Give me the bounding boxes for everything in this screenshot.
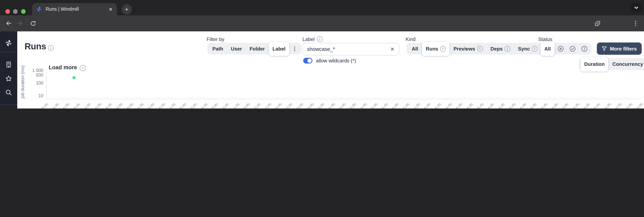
status-failure-icon[interactable] <box>578 43 590 54</box>
status-label: Status <box>538 36 552 42</box>
kind-previews[interactable]: Previewsi <box>450 43 487 54</box>
close-window-button[interactable] <box>5 9 10 14</box>
run-data-point[interactable] <box>72 76 76 79</box>
search-icon[interactable] <box>0 88 17 96</box>
filter-by-segment: Path User Folder Label ⋮ <box>208 43 301 54</box>
browser-menu-icon[interactable] <box>632 19 640 27</box>
browser-tab-strip: Runs | Windmill ✕ + <box>0 0 644 15</box>
browser-tab[interactable]: Runs | Windmill ✕ <box>32 3 117 15</box>
label-info-icon[interactable]: i <box>317 36 323 42</box>
window-chevron-down-icon[interactable] <box>631 3 642 13</box>
screen: Runs | Windmill ✕ + app.windmill.dev/run… <box>0 0 644 108</box>
runs-page: Runs i Filter by Path User Folder Label … <box>17 31 644 108</box>
filter-by-label: Filter by <box>206 36 224 42</box>
label-filter-caption: Labeli <box>302 36 323 42</box>
x-axis-tick-label: 3:21:45 p.m. <box>30 101 50 108</box>
status-segment: All <box>539 43 591 54</box>
kind-segment: All Runsi Previewsi Depsi Synci <box>407 43 542 54</box>
kind-deps[interactable]: Depsi <box>487 43 514 54</box>
kind-sync[interactable]: Synci <box>514 43 542 54</box>
sidebar-divider <box>0 104 17 105</box>
funnel-icon <box>602 46 607 51</box>
allow-wildcards-label: allow wildcards (*) <box>316 58 356 63</box>
filter-by-kebab-icon[interactable]: ⋮ <box>290 43 300 54</box>
y-axis-label: job duration (ms) <box>20 65 25 98</box>
status-success-icon[interactable] <box>566 43 578 54</box>
tab-close-icon[interactable]: ✕ <box>108 7 113 12</box>
extensions-icon[interactable] <box>594 19 601 27</box>
label-filter-input[interactable]: showcase_* ✕ <box>302 43 400 55</box>
y-tick: 100 <box>29 81 43 85</box>
filter-by-path[interactable]: Path <box>208 43 227 54</box>
kind-runs[interactable]: Runsi <box>422 41 450 56</box>
clear-label-icon[interactable]: ✕ <box>390 46 394 52</box>
duration-chart-plot[interactable] <box>46 68 641 99</box>
kind-label: Kind <box>406 36 416 42</box>
windmill-logo[interactable] <box>0 39 17 47</box>
browser-toolbar: app.windmill.dev/runs?show_schedules=tru… <box>0 15 644 31</box>
zoom-window-button[interactable] <box>21 9 26 14</box>
runs-info-icon[interactable]: i <box>48 45 54 51</box>
sidebar-divider <box>0 52 17 52</box>
status-all[interactable]: All <box>540 41 554 56</box>
filter-by-user[interactable]: User <box>227 43 246 54</box>
x-axis-line <box>46 99 641 99</box>
minimize-window-button[interactable] <box>13 9 18 14</box>
filter-by-folder[interactable]: Folder <box>246 43 268 54</box>
back-icon[interactable] <box>5 19 13 27</box>
status-running-icon[interactable] <box>554 43 566 54</box>
y-tick: 10 <box>29 93 43 98</box>
info-icon: i <box>440 46 446 51</box>
more-filters-button[interactable]: More filters <box>597 42 642 55</box>
reload-icon[interactable] <box>29 19 37 27</box>
workspace-icon[interactable] <box>0 60 17 68</box>
y-tick: 1 000 <box>29 68 43 73</box>
windmill-favicon <box>36 6 42 12</box>
filter-by-label-option[interactable]: Label <box>269 41 290 56</box>
forward-icon[interactable] <box>16 19 24 27</box>
kind-all[interactable]: All <box>408 43 422 54</box>
info-icon: i <box>505 46 510 51</box>
info-icon: i <box>477 46 483 51</box>
app-sidebar: + <box>0 31 17 108</box>
tab-title: Runs | Windmill <box>46 6 108 12</box>
favorites-icon[interactable] <box>0 75 17 82</box>
info-icon: i <box>532 46 538 51</box>
page-title: Runs <box>24 41 46 52</box>
new-tab-button[interactable]: + <box>122 4 132 14</box>
y-tick: 500 <box>29 73 43 77</box>
allow-wildcards-toggle[interactable] <box>303 58 312 63</box>
